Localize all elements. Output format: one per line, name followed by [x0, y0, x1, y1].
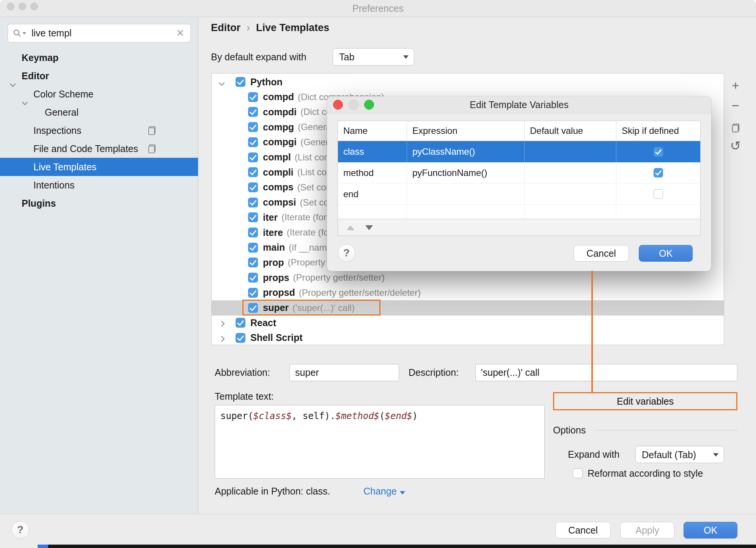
sidebar-item-label: General — [0, 107, 79, 118]
desktop-strip-blue — [38, 545, 48, 548]
checked-checkbox-icon[interactable] — [654, 147, 663, 157]
table-empty-row — [338, 205, 700, 220]
ok-button[interactable]: OK — [684, 522, 737, 539]
checked-checkbox-icon[interactable] — [236, 318, 245, 328]
template-expand-value: Default (Tab) — [642, 446, 696, 463]
checked-checkbox-icon[interactable] — [248, 258, 258, 267]
checked-checkbox-icon[interactable] — [248, 122, 258, 132]
column-header-name[interactable]: Name — [338, 121, 407, 141]
checked-checkbox-icon[interactable] — [248, 92, 258, 102]
sidebar-item-live-templates[interactable]: Live Templates — [0, 158, 198, 176]
reformat-label: Reformat according to style — [588, 465, 703, 482]
chevron-down-icon[interactable] — [220, 77, 226, 87]
description-label: Description: — [409, 364, 459, 381]
cell-skip — [616, 141, 700, 162]
apply-button[interactable]: Apply — [620, 522, 674, 539]
checked-checkbox-icon[interactable] — [248, 228, 258, 237]
reformat-checkbox[interactable] — [573, 468, 583, 478]
template-description: (Property getter/setter/deleter) — [299, 287, 421, 298]
help-button[interactable]: ? — [11, 521, 29, 539]
chevron-right-icon[interactable] — [220, 333, 226, 343]
settings-nav: KeymapEditorColor SchemeGeneralInspectio… — [0, 49, 198, 212]
cell-expression: pyFunctionName() — [407, 162, 525, 184]
clear-search-icon[interactable]: ✕ — [176, 27, 184, 39]
tree-group-shell-script[interactable]: Shell Script — [212, 330, 724, 345]
settings-search[interactable]: ✕ — [8, 24, 191, 42]
template-name: main — [263, 242, 285, 253]
abbreviation-input[interactable] — [290, 364, 399, 381]
cancel-button[interactable]: Cancel — [555, 522, 611, 539]
template-text-editor[interactable]: super($class$, self).$method$($end$) — [215, 405, 545, 479]
sidebar-item-plugins[interactable]: Plugins — [0, 194, 198, 212]
search-input[interactable] — [31, 27, 176, 39]
cell-name: class — [338, 141, 407, 162]
dialog-ok-button[interactable]: OK — [639, 245, 693, 262]
template-expand-dropdown[interactable]: Default (Tab) — [635, 446, 724, 463]
description-field-wrap — [475, 364, 737, 381]
tree-group-react[interactable]: React — [212, 315, 724, 330]
checked-checkbox-icon[interactable] — [248, 212, 258, 222]
column-header-skip-if-defined[interactable]: Skip if defined — [616, 121, 700, 141]
options-label: Options — [553, 422, 586, 439]
tree-group-python[interactable]: Python — [212, 74, 724, 90]
add-icon[interactable]: + — [727, 76, 744, 96]
variable-row-method[interactable]: methodpyFunctionName() — [338, 162, 700, 184]
edit-template-variables-dialog: Edit Template Variables NameExpressionDe… — [327, 96, 711, 271]
sidebar-item-intentions[interactable]: Intentions — [0, 176, 198, 194]
applicable-text: Applicable in Python: class. — [215, 483, 330, 500]
template-variable: $end$ — [385, 411, 412, 421]
checked-checkbox-icon[interactable] — [248, 182, 258, 192]
breadcrumb-separator: › — [247, 22, 250, 33]
chevron-right-icon[interactable] — [220, 317, 226, 328]
template-description: (Property getter/setter) — [293, 272, 384, 283]
checked-checkbox-icon[interactable] — [248, 107, 258, 117]
tree-template-propsd[interactable]: propsd(Property getter/setter/deleter) — [212, 285, 724, 300]
checked-checkbox-icon[interactable] — [248, 273, 258, 283]
move-down-icon[interactable] — [365, 225, 373, 230]
change-link[interactable]: Change — [363, 483, 405, 500]
variable-row-class[interactable]: classpyClassName() — [338, 141, 700, 162]
sidebar-item-file-and-code-templates[interactable]: File and Code Templates — [0, 140, 198, 158]
expand-with-dropdown[interactable]: Tab — [333, 48, 414, 66]
sidebar-item-color-scheme[interactable]: Color Scheme — [0, 85, 198, 103]
sidebar-item-inspections[interactable]: Inspections — [0, 121, 198, 140]
template-name: compd — [263, 91, 294, 102]
sidebar-item-editor[interactable]: Editor — [0, 67, 198, 85]
tree-template-props[interactable]: props(Property getter/setter) — [212, 270, 724, 285]
sidebar-item-general[interactable]: General — [0, 103, 198, 121]
template-name: comps — [263, 182, 294, 193]
checked-checkbox-icon[interactable] — [236, 333, 245, 343]
preferences-window: Preferences ✕ KeymapEditorColor SchemeGe… — [0, 0, 756, 548]
checked-checkbox-icon[interactable] — [248, 137, 258, 147]
checked-checkbox-icon[interactable] — [248, 198, 258, 207]
unchecked-checkbox-icon[interactable] — [654, 189, 663, 199]
remove-icon[interactable]: − — [727, 96, 744, 116]
breadcrumb-editor[interactable]: Editor — [211, 22, 240, 33]
template-name: prop — [263, 257, 284, 268]
variable-row-end[interactable]: end — [338, 184, 700, 205]
sidebar-item-label: Color Scheme — [0, 89, 93, 99]
dialog-help-button[interactable]: ? — [338, 244, 355, 262]
revert-icon[interactable]: ↺ — [727, 136, 744, 156]
edit-variables-button[interactable]: Edit variables — [553, 392, 737, 410]
copy-settings-icon[interactable] — [148, 126, 156, 135]
dialog-cancel-button[interactable]: Cancel — [574, 245, 629, 262]
column-header-default-value[interactable]: Default value — [525, 121, 616, 141]
column-header-expression[interactable]: Expression — [407, 121, 525, 141]
move-up-icon[interactable] — [347, 225, 354, 230]
checked-checkbox-icon[interactable] — [248, 152, 258, 162]
sidebar-item-label: Inspections — [0, 125, 81, 136]
checked-checkbox-icon[interactable] — [248, 288, 258, 298]
copy-settings-icon[interactable] — [148, 144, 156, 153]
chevron-down-icon — [403, 55, 409, 59]
checked-checkbox-icon[interactable] — [248, 167, 258, 177]
duplicate-icon[interactable] — [727, 116, 744, 136]
description-input[interactable] — [476, 364, 737, 381]
checked-checkbox-icon[interactable] — [236, 77, 245, 87]
checked-checkbox-icon[interactable] — [248, 243, 258, 253]
cell-skip — [616, 184, 700, 205]
tree-template-super[interactable]: super('super(...)' call) — [212, 300, 724, 316]
checked-checkbox-icon[interactable] — [654, 168, 663, 177]
sidebar-item-keymap[interactable]: Keymap — [0, 49, 198, 67]
search-options-caret-icon[interactable] — [22, 32, 26, 35]
